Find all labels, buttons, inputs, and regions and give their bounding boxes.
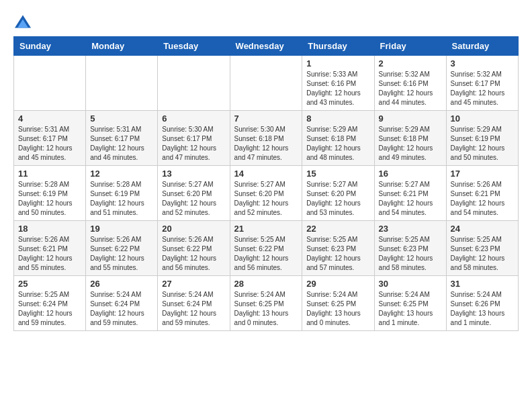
day-number: 24 — [451, 224, 514, 234]
day-info: Sunrise: 5:29 AMSunset: 6:18 PMDaylight:… — [306, 125, 369, 163]
day-number: 29 — [306, 279, 369, 289]
day-number: 25 — [18, 279, 81, 289]
day-info: Sunrise: 5:31 AMSunset: 6:17 PMDaylight:… — [18, 125, 81, 163]
calendar-cell — [230, 56, 302, 111]
logo-icon — [15, 13, 31, 30]
calendar-cell — [158, 56, 230, 111]
day-info: Sunrise: 5:26 AMSunset: 6:21 PMDaylight:… — [18, 235, 81, 273]
day-info: Sunrise: 5:25 AMSunset: 6:23 PMDaylight:… — [306, 235, 369, 273]
day-info: Sunrise: 5:25 AMSunset: 6:24 PMDaylight:… — [18, 290, 81, 328]
calendar-cell: 1Sunrise: 5:33 AMSunset: 6:16 PMDaylight… — [302, 56, 374, 111]
calendar-cell: 17Sunrise: 5:26 AMSunset: 6:21 PMDayligh… — [446, 166, 518, 221]
day-number: 12 — [90, 169, 153, 179]
day-info: Sunrise: 5:33 AMSunset: 6:16 PMDaylight:… — [306, 70, 369, 107]
calendar-header-thursday: Thursday — [302, 37, 374, 56]
calendar-header-wednesday: Wednesday — [230, 37, 302, 56]
day-number: 2 — [379, 58, 442, 68]
day-number: 15 — [306, 169, 369, 179]
calendar-cell: 2Sunrise: 5:32 AMSunset: 6:16 PMDaylight… — [374, 56, 446, 111]
calendar-cell: 7Sunrise: 5:30 AMSunset: 6:18 PMDaylight… — [230, 111, 302, 166]
calendar-cell: 14Sunrise: 5:27 AMSunset: 6:20 PMDayligh… — [230, 166, 302, 221]
day-info: Sunrise: 5:24 AMSunset: 6:25 PMDaylight:… — [306, 290, 369, 328]
calendar-week-5: 25Sunrise: 5:25 AMSunset: 6:24 PMDayligh… — [14, 276, 519, 331]
day-info: Sunrise: 5:27 AMSunset: 6:21 PMDaylight:… — [379, 180, 442, 218]
calendar-cell: 18Sunrise: 5:26 AMSunset: 6:21 PMDayligh… — [14, 221, 86, 276]
calendar-week-4: 18Sunrise: 5:26 AMSunset: 6:21 PMDayligh… — [14, 221, 519, 276]
day-number: 22 — [306, 224, 369, 234]
day-info: Sunrise: 5:25 AMSunset: 6:22 PMDaylight:… — [234, 235, 298, 273]
day-info: Sunrise: 5:24 AMSunset: 6:25 PMDaylight:… — [234, 290, 298, 328]
calendar-cell: 16Sunrise: 5:27 AMSunset: 6:21 PMDayligh… — [374, 166, 446, 221]
calendar-cell: 26Sunrise: 5:24 AMSunset: 6:24 PMDayligh… — [86, 276, 158, 331]
calendar-header-monday: Monday — [86, 37, 158, 56]
calendar-header-saturday: Saturday — [446, 37, 518, 56]
calendar-header-sunday: Sunday — [14, 37, 86, 56]
day-number: 30 — [379, 279, 442, 289]
calendar-week-2: 4Sunrise: 5:31 AMSunset: 6:17 PMDaylight… — [14, 111, 519, 166]
calendar-cell: 15Sunrise: 5:27 AMSunset: 6:20 PMDayligh… — [302, 166, 374, 221]
calendar-cell: 10Sunrise: 5:29 AMSunset: 6:19 PMDayligh… — [446, 111, 518, 166]
day-number: 23 — [379, 224, 442, 234]
logo — [13, 13, 31, 30]
day-number: 20 — [162, 224, 225, 234]
calendar-cell: 4Sunrise: 5:31 AMSunset: 6:17 PMDaylight… — [14, 111, 86, 166]
calendar-week-3: 11Sunrise: 5:28 AMSunset: 6:19 PMDayligh… — [14, 166, 519, 221]
day-number: 21 — [234, 224, 298, 234]
day-info: Sunrise: 5:29 AMSunset: 6:19 PMDaylight:… — [451, 125, 514, 163]
calendar-cell: 19Sunrise: 5:26 AMSunset: 6:22 PMDayligh… — [86, 221, 158, 276]
day-number: 18 — [18, 224, 81, 234]
day-info: Sunrise: 5:26 AMSunset: 6:22 PMDaylight:… — [162, 235, 225, 273]
day-number: 14 — [234, 169, 298, 179]
day-number: 13 — [162, 169, 225, 179]
calendar-cell: 25Sunrise: 5:25 AMSunset: 6:24 PMDayligh… — [14, 276, 86, 331]
calendar-header-row: SundayMondayTuesdayWednesdayThursdayFrid… — [14, 37, 519, 56]
day-number: 19 — [90, 224, 153, 234]
calendar-table: SundayMondayTuesdayWednesdayThursdayFrid… — [13, 36, 519, 331]
day-number: 7 — [234, 113, 298, 124]
calendar-cell: 8Sunrise: 5:29 AMSunset: 6:18 PMDaylight… — [302, 111, 374, 166]
day-number: 8 — [306, 113, 369, 124]
calendar-cell: 13Sunrise: 5:27 AMSunset: 6:20 PMDayligh… — [158, 166, 230, 221]
day-info: Sunrise: 5:24 AMSunset: 6:24 PMDaylight:… — [162, 290, 225, 328]
day-info: Sunrise: 5:30 AMSunset: 6:17 PMDaylight:… — [162, 125, 225, 163]
day-info: Sunrise: 5:32 AMSunset: 6:17 PMDaylight:… — [451, 70, 514, 107]
calendar-week-1: 1Sunrise: 5:33 AMSunset: 6:16 PMDaylight… — [14, 56, 519, 111]
calendar-cell: 24Sunrise: 5:25 AMSunset: 6:23 PMDayligh… — [446, 221, 518, 276]
day-info: Sunrise: 5:27 AMSunset: 6:20 PMDaylight:… — [306, 180, 369, 218]
calendar-cell: 11Sunrise: 5:28 AMSunset: 6:19 PMDayligh… — [14, 166, 86, 221]
day-info: Sunrise: 5:25 AMSunset: 6:23 PMDaylight:… — [451, 235, 514, 273]
calendar-cell: 3Sunrise: 5:32 AMSunset: 6:17 PMDaylight… — [446, 56, 518, 111]
calendar-cell: 27Sunrise: 5:24 AMSunset: 6:24 PMDayligh… — [158, 276, 230, 331]
calendar-cell — [86, 56, 158, 111]
day-info: Sunrise: 5:27 AMSunset: 6:20 PMDaylight:… — [162, 180, 225, 218]
day-info: Sunrise: 5:25 AMSunset: 6:23 PMDaylight:… — [379, 235, 442, 273]
calendar-cell: 30Sunrise: 5:24 AMSunset: 6:25 PMDayligh… — [374, 276, 446, 331]
day-info: Sunrise: 5:24 AMSunset: 6:25 PMDaylight:… — [379, 290, 442, 328]
day-number: 16 — [379, 169, 442, 179]
day-number: 10 — [451, 113, 514, 124]
calendar-cell: 6Sunrise: 5:30 AMSunset: 6:17 PMDaylight… — [158, 111, 230, 166]
calendar-cell: 29Sunrise: 5:24 AMSunset: 6:25 PMDayligh… — [302, 276, 374, 331]
day-number: 3 — [451, 58, 514, 68]
calendar-header-tuesday: Tuesday — [158, 37, 230, 56]
day-number: 9 — [379, 113, 442, 124]
day-info: Sunrise: 5:32 AMSunset: 6:16 PMDaylight:… — [379, 70, 442, 107]
calendar-cell — [14, 56, 86, 111]
calendar-cell: 21Sunrise: 5:25 AMSunset: 6:22 PMDayligh… — [230, 221, 302, 276]
calendar-cell: 12Sunrise: 5:28 AMSunset: 6:19 PMDayligh… — [86, 166, 158, 221]
day-info: Sunrise: 5:24 AMSunset: 6:26 PMDaylight:… — [451, 290, 514, 328]
day-info: Sunrise: 5:28 AMSunset: 6:19 PMDaylight:… — [18, 180, 81, 218]
day-info: Sunrise: 5:31 AMSunset: 6:17 PMDaylight:… — [90, 125, 153, 163]
calendar-cell: 23Sunrise: 5:25 AMSunset: 6:23 PMDayligh… — [374, 221, 446, 276]
day-number: 6 — [162, 113, 225, 124]
day-number: 31 — [451, 279, 514, 289]
day-info: Sunrise: 5:29 AMSunset: 6:18 PMDaylight:… — [379, 125, 442, 163]
day-number: 28 — [234, 279, 298, 289]
calendar-cell: 22Sunrise: 5:25 AMSunset: 6:23 PMDayligh… — [302, 221, 374, 276]
day-number: 17 — [451, 169, 514, 179]
day-number: 1 — [306, 58, 369, 68]
day-number: 4 — [18, 113, 81, 124]
calendar-cell: 31Sunrise: 5:24 AMSunset: 6:26 PMDayligh… — [446, 276, 518, 331]
day-info: Sunrise: 5:28 AMSunset: 6:19 PMDaylight:… — [90, 180, 153, 218]
calendar-cell: 28Sunrise: 5:24 AMSunset: 6:25 PMDayligh… — [230, 276, 302, 331]
